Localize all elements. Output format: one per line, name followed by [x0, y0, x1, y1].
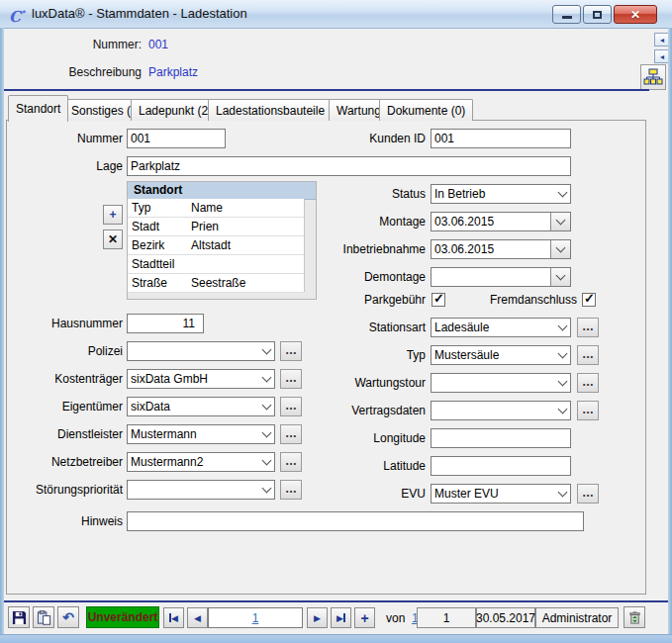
add-location-button[interactable]: + [103, 205, 123, 225]
tab-standort[interactable]: Standort [8, 95, 68, 122]
parkgebuehr-checkbox[interactable] [432, 293, 445, 307]
tab-dokumente[interactable]: Dokumente (0) [379, 99, 473, 121]
app-window: C* luxData® - Stammdaten - Ladestation ✕… [0, 0, 672, 643]
header-beschreibung-label: Beschreibung [23, 65, 142, 79]
chevron-down-icon[interactable] [550, 268, 570, 286]
next-record-icon: ▶ [314, 613, 321, 623]
nav-next-button[interactable]: ▶ [307, 607, 328, 628]
maximize-icon [593, 11, 602, 19]
demontage-date-combo[interactable] [431, 267, 571, 287]
nav-prev-button[interactable]: ◀ [187, 607, 208, 628]
chevron-down-icon [554, 192, 570, 196]
recycle-bin-button[interactable] [624, 606, 645, 628]
stoerungsprioritaet-combo[interactable] [127, 480, 275, 500]
kostentraeger-label: Kostenträger [0, 369, 123, 389]
von-label: von [386, 611, 405, 625]
hinweis-label: Hinweis [0, 511, 123, 531]
stationsart-browse-button[interactable]: … [577, 318, 599, 337]
typ-combo[interactable]: Mustersäule [431, 345, 571, 365]
kostentraeger-combo[interactable]: sixData GmbH [127, 369, 275, 389]
window-title: luxData® - Stammdaten - Ladestation [32, 6, 247, 21]
undo-button[interactable]: ↶ [57, 606, 79, 628]
last-record-icon: ▶ [336, 613, 343, 623]
minimize-button[interactable] [552, 5, 581, 24]
chevron-down-icon[interactable] [550, 240, 570, 258]
chevron-down-icon [554, 492, 570, 496]
lage-label: Lage [0, 156, 123, 176]
vertragsdaten-browse-button[interactable]: … [577, 401, 599, 420]
hinweis-input[interactable] [127, 511, 584, 531]
polizei-combo[interactable] [127, 341, 275, 361]
date-box: 30.05.2017 [476, 607, 535, 628]
copy-record-button[interactable] [33, 606, 54, 628]
nav-last-button[interactable]: ▶ [331, 607, 351, 628]
dienstleister-label: Dienstleister [0, 424, 123, 444]
maximize-button[interactable] [583, 5, 612, 24]
inbetriebnahme-date-combo[interactable]: 03.06.2015 [431, 239, 571, 259]
title-bar[interactable]: C* luxData® - Stammdaten - Ladestation ✕ [0, 0, 672, 29]
column-typ: Typ [128, 199, 189, 217]
record-state-badge: Unverändert [86, 606, 159, 628]
status-bar: ↶ Unverändert ◀ ◀ 1 ▶ ▶ + von 106 1 30.0… [3, 602, 669, 635]
chevron-down-icon [258, 377, 274, 381]
chevron-down-icon [258, 488, 274, 492]
first-record-icon: ◀ [171, 613, 178, 623]
nav-first-button[interactable]: ◀ [163, 607, 184, 628]
plus-icon: + [109, 208, 116, 222]
latitude-label: Latitude [277, 456, 426, 476]
eigentuemer-combo[interactable]: sixData [127, 397, 275, 416]
latitude-input[interactable] [431, 456, 571, 476]
header-nummer-label: Nummer: [23, 38, 142, 51]
chevron-down-icon [258, 349, 274, 353]
hierarchy-view-button[interactable] [640, 64, 666, 90]
wartungstour-browse-button[interactable]: … [577, 373, 599, 393]
kunden-id-input[interactable] [431, 129, 571, 148]
prev-record-icon: ◀ [194, 613, 201, 623]
window-frame-right [668, 28, 672, 643]
chevron-down-icon [554, 353, 570, 357]
longitude-label: Longitude [277, 428, 426, 448]
longitude-input[interactable] [431, 428, 571, 448]
stationsart-label: Stationsart [277, 318, 426, 337]
demontage-label: Demontage [277, 267, 426, 287]
close-button[interactable]: ✕ [614, 5, 657, 24]
chevron-down-icon [258, 405, 274, 409]
add-record-button[interactable]: + [354, 607, 375, 628]
status-combo[interactable]: In Betrieb [431, 184, 571, 204]
stoerungsprioritaet-label: Störungspriorität [0, 480, 123, 500]
netzbetreiber-label: Netzbetreiber [0, 452, 123, 472]
netzbetreiber-combo[interactable]: Mustermann2 [127, 452, 275, 472]
eigentuemer-label: Eigentümer [0, 397, 123, 416]
tab-ladepunkt[interactable]: Ladepunkt (2) [131, 99, 220, 121]
delete-location-button[interactable]: ✕ [103, 230, 123, 249]
montage-date-combo[interactable]: 03.06.2015 [431, 212, 571, 231]
record-number-input[interactable]: 1 [208, 607, 303, 628]
evu-browse-button[interactable]: … [577, 484, 599, 504]
undo-icon: ↶ [62, 609, 74, 625]
evu-combo[interactable]: Muster EVU [431, 484, 571, 504]
org-chart-icon [643, 68, 663, 86]
header-nummer-value: 001 [148, 38, 168, 51]
lage-input[interactable] [127, 156, 571, 176]
chevron-down-icon [554, 325, 570, 329]
window-frame-left [0, 28, 4, 643]
stationsart-combo[interactable]: Ladesäule [431, 318, 571, 337]
arrow-left-icon: ◂ [660, 52, 664, 61]
chevron-down-icon[interactable] [550, 213, 570, 230]
chevron-down-icon [258, 460, 274, 464]
chevron-down-icon [554, 409, 570, 413]
dienstleister-combo[interactable]: Mustermann [127, 424, 275, 444]
chevron-down-icon [554, 381, 570, 385]
user-box: Administrator [535, 607, 619, 628]
parkgebuehr-label: Parkgebühr [277, 290, 426, 310]
save-button[interactable] [8, 606, 30, 628]
hausnummer-input[interactable] [127, 314, 204, 333]
wartungstour-combo[interactable] [431, 373, 571, 393]
nummer-label: Nummer [0, 129, 123, 148]
nummer-input[interactable] [127, 129, 226, 148]
typ-browse-button[interactable]: … [577, 345, 599, 365]
vertragsdaten-combo[interactable] [431, 401, 571, 420]
x-icon: ✕ [108, 232, 118, 246]
inbetriebnahme-label: Inbetriebnahme [277, 239, 426, 259]
fremdanschluss-checkbox[interactable] [582, 293, 596, 307]
